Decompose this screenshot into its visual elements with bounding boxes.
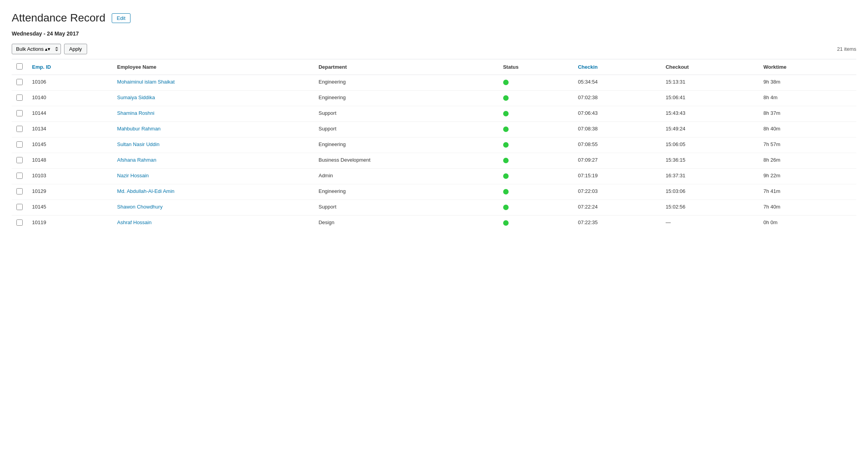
row-status [498, 200, 573, 216]
row-department: Design [314, 216, 498, 231]
row-worktime: 8h 37m [759, 106, 856, 122]
row-department: Engineering [314, 91, 498, 106]
table-row: 10145 Sultan Nasir Uddin Engineering 07:… [12, 137, 856, 153]
table-header-row: Emp. ID Employee Name Department Status … [12, 59, 856, 75]
status-dot-icon [503, 189, 509, 194]
status-dot-icon [503, 220, 509, 226]
row-status [498, 169, 573, 184]
employee-link[interactable]: Md. Abdullah-Al-Edi Amin [117, 188, 175, 194]
header-emp-id[interactable]: Emp. ID [27, 59, 113, 75]
row-emp-id: 10140 [27, 91, 113, 106]
row-checkin: 07:02:38 [573, 91, 661, 106]
employee-link[interactable]: Shamina Roshni [117, 110, 154, 116]
row-employee-name: Md. Abdullah-Al-Edi Amin [113, 184, 314, 200]
row-status [498, 122, 573, 137]
row-worktime: 7h 57m [759, 137, 856, 153]
employee-link[interactable]: Ashraf Hossain [117, 219, 152, 225]
header-checkbox-col [12, 59, 27, 75]
employee-link[interactable]: Afshana Rahman [117, 157, 156, 163]
row-checkbox[interactable] [16, 126, 23, 132]
page-title: Attendance Record [12, 12, 105, 24]
row-employee-name: Sumaiya Siddika [113, 91, 314, 106]
row-checkbox[interactable] [16, 94, 23, 101]
page-wrapper: Attendance Record Edit Wednesday - 24 Ma… [0, 0, 868, 460]
row-emp-id: 10134 [27, 122, 113, 137]
employee-link[interactable]: Sultan Nasir Uddin [117, 141, 159, 147]
row-worktime: 9h 22m [759, 169, 856, 184]
table-row: 10134 Mahbubur Rahman Support 07:08:38 1… [12, 122, 856, 137]
row-checkout: 15:02:56 [661, 200, 759, 216]
row-checkin: 07:22:03 [573, 184, 661, 200]
row-emp-id: 10103 [27, 169, 113, 184]
status-dot-icon [503, 158, 509, 163]
row-checkbox[interactable] [16, 79, 23, 85]
row-checkbox-cell [12, 153, 27, 169]
toolbar-left: Bulk Actions ▴▾ Apply [12, 44, 87, 54]
header-worktime: Worktime [759, 59, 856, 75]
row-checkbox[interactable] [16, 188, 23, 194]
row-worktime: 9h 38m [759, 75, 856, 91]
row-checkout: 15:06:41 [661, 91, 759, 106]
row-checkbox[interactable] [16, 204, 23, 210]
row-checkbox-cell [12, 91, 27, 106]
row-worktime: 7h 41m [759, 184, 856, 200]
employee-link[interactable]: Mahbubur Rahman [117, 126, 161, 132]
row-status [498, 216, 573, 231]
row-checkin: 05:34:54 [573, 75, 661, 91]
status-dot-icon [503, 205, 509, 210]
row-employee-name: Shawon Chowdhury [113, 200, 314, 216]
status-dot-icon [503, 127, 509, 132]
employee-link[interactable]: Mohaiminul islam Shaikat [117, 79, 175, 85]
row-department: Support [314, 200, 498, 216]
row-checkin: 07:06:43 [573, 106, 661, 122]
table-row: 10140 Sumaiya Siddika Engineering 07:02:… [12, 91, 856, 106]
row-emp-id: 10145 [27, 200, 113, 216]
employee-link[interactable]: Sumaiya Siddika [117, 94, 155, 100]
row-employee-name: Nazir Hossain [113, 169, 314, 184]
row-checkout: 15:43:43 [661, 106, 759, 122]
row-emp-id: 10148 [27, 153, 113, 169]
select-all-checkbox[interactable] [16, 63, 23, 70]
row-worktime: 8h 4m [759, 91, 856, 106]
row-checkout: 15:36:15 [661, 153, 759, 169]
row-employee-name: Mahbubur Rahman [113, 122, 314, 137]
row-checkbox[interactable] [16, 157, 23, 163]
edit-button[interactable]: Edit [112, 13, 130, 23]
row-worktime: 7h 40m [759, 200, 856, 216]
row-checkin: 07:09:27 [573, 153, 661, 169]
row-employee-name: Shamina Roshni [113, 106, 314, 122]
row-employee-name: Afshana Rahman [113, 153, 314, 169]
row-worktime: 0h 0m [759, 216, 856, 231]
row-department: Admin [314, 169, 498, 184]
row-checkbox-cell [12, 169, 27, 184]
row-status [498, 106, 573, 122]
row-checkin: 07:22:24 [573, 200, 661, 216]
apply-button[interactable]: Apply [64, 44, 87, 54]
row-department: Engineering [314, 184, 498, 200]
employee-link[interactable]: Shawon Chowdhury [117, 204, 163, 210]
items-count: 21 items [837, 46, 856, 52]
header-checkin[interactable]: Checkin [573, 59, 661, 75]
row-checkbox[interactable] [16, 219, 23, 226]
row-checkbox-cell [12, 137, 27, 153]
row-status [498, 184, 573, 200]
row-checkbox[interactable] [16, 141, 23, 148]
table-row: 10145 Shawon Chowdhury Support 07:22:24 … [12, 200, 856, 216]
header-checkout: Checkout [661, 59, 759, 75]
row-checkbox[interactable] [16, 110, 23, 116]
employee-link[interactable]: Nazir Hossain [117, 173, 149, 178]
row-checkout: 15:03:06 [661, 184, 759, 200]
table-row: 10103 Nazir Hossain Admin 07:15:19 16:37… [12, 169, 856, 184]
row-worktime: 8h 40m [759, 122, 856, 137]
status-dot-icon [503, 95, 509, 101]
row-checkout: — [661, 216, 759, 231]
page-header: Attendance Record Edit [12, 12, 856, 24]
bulk-actions-select[interactable]: Bulk Actions ▴▾ [12, 44, 61, 54]
row-department: Support [314, 106, 498, 122]
row-checkout: 16:37:31 [661, 169, 759, 184]
row-department: Support [314, 122, 498, 137]
row-checkbox-cell [12, 122, 27, 137]
table-row: 10129 Md. Abdullah-Al-Edi Amin Engineeri… [12, 184, 856, 200]
row-checkbox[interactable] [16, 173, 23, 179]
row-checkbox-cell [12, 106, 27, 122]
